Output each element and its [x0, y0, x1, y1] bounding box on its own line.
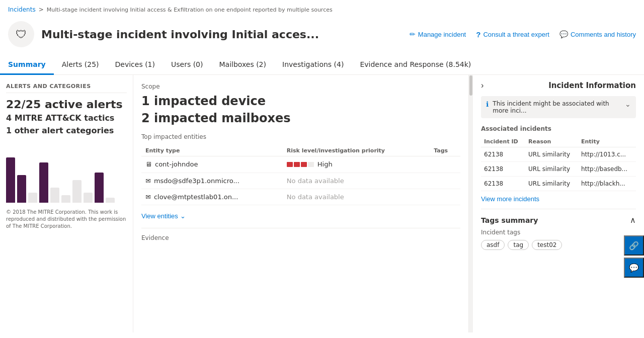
floating-action-buttons: 🔗 💬: [624, 235, 644, 278]
evidence-label: Evidence: [141, 234, 460, 241]
chart-bar: [61, 195, 70, 203]
table-row: ✉msdo@sdfe3p1.onmicro...No data availabl…: [141, 173, 460, 189]
center-panel: Scope 1 impacted device 2 impacted mailb…: [133, 75, 469, 332]
assoc-id-cell: 62138: [481, 162, 525, 177]
breadcrumb-parent[interactable]: Incidents: [8, 6, 36, 13]
comment-icon: 💬: [559, 30, 568, 38]
page-title: Multi-stage incident involving Initial a…: [41, 28, 319, 41]
alerts-section-title: Alerts and categories: [6, 83, 127, 93]
assoc-id-cell: 62138: [481, 177, 525, 191]
collapse-tags-button[interactable]: ∧: [630, 215, 636, 225]
other-alert-stat: 1 other alert categories: [6, 126, 127, 136]
evidence-section: Evidence: [141, 228, 460, 241]
tab-evidence[interactable]: Evidence and Response (8.54k): [352, 55, 479, 75]
risk-level-cell: No data available: [283, 173, 430, 189]
risk-block-4: [308, 162, 314, 167]
device-icon: 🖥: [145, 160, 152, 168]
chevron-down-icon: ⌄: [180, 212, 186, 220]
col-entity-type: Entity type: [141, 145, 283, 156]
table-row: 🖥cont-johndoe High: [141, 156, 460, 173]
entity-type-cell: 🖥cont-johndoe: [141, 156, 283, 173]
chart-bar: [84, 193, 93, 203]
floating-chat-button[interactable]: 💬: [624, 258, 644, 278]
impacted-devices-stat: 1 impacted device: [141, 94, 460, 108]
tag-chip: tag: [508, 240, 529, 250]
mitre-tactics-stat: 4 MITRE ATT&CK tactics: [6, 113, 127, 124]
expand-panel-button[interactable]: ›: [481, 81, 484, 90]
tab-alerts[interactable]: Alerts (25): [54, 55, 107, 75]
chart-bar: [50, 188, 59, 203]
no-data-label: No data available: [287, 193, 344, 201]
col-risk-level: Risk level/investigation priority: [283, 145, 430, 156]
incident-tags-label: Incident tags: [481, 229, 636, 236]
tags-summary-header: Tags summary ∧: [481, 209, 636, 229]
assoc-entity-cell: http://basedb...: [578, 162, 636, 177]
tab-users[interactable]: Users (0): [163, 55, 211, 75]
assoc-entity-cell: http://1013.c...: [578, 147, 636, 162]
assoc-reason-cell: URL similarity: [525, 177, 578, 191]
mitre-footer: © 2018 The MITRE Corporation. This work …: [6, 209, 127, 230]
assoc-table-row: 62138URL similarityhttp://basedb...: [481, 162, 636, 177]
risk-bar: High: [287, 160, 333, 168]
impacted-mailboxes-stat: 2 impacted mailboxes: [141, 111, 460, 125]
expand-notice-button[interactable]: ⌄: [625, 100, 631, 108]
floating-link-button[interactable]: 🔗: [624, 235, 644, 256]
page-header: 🛡 Multi-stage incident involving Initial…: [0, 17, 644, 55]
pencil-icon: ✏: [410, 30, 416, 38]
assoc-col-entity: Entity: [578, 136, 636, 147]
assoc-table-row: 62138URL similarityhttp://blackh...: [481, 177, 636, 191]
manage-incident-button[interactable]: ✏ Manage incident: [410, 30, 466, 38]
info-icon: ℹ: [486, 100, 489, 108]
notice-text: This incident might be associated with m…: [493, 100, 621, 114]
incident-info-title: Incident Information: [548, 81, 636, 90]
question-icon: ?: [476, 30, 480, 39]
main-content: Alerts and categories 22/25 active alert…: [0, 75, 644, 332]
chart-bar: [6, 157, 15, 203]
tab-summary[interactable]: Summary: [0, 55, 54, 75]
chart-bar: [72, 180, 82, 203]
entity-type-cell: ✉msdo@sdfe3p1.onmicro...: [141, 173, 283, 189]
assoc-col-reason: Reason: [525, 136, 578, 147]
tags-cell: [430, 173, 460, 189]
chart-bar: [17, 175, 26, 203]
tag-chip: test02: [532, 240, 562, 250]
assoc-table-row: 62138URL similarityhttp://1013.c...: [481, 147, 636, 162]
entity-table: Entity type Risk level/investigation pri…: [141, 145, 460, 205]
assoc-reason-cell: URL similarity: [525, 147, 578, 162]
entity-type-cell: ✉clove@mtptestlab01.on...: [141, 189, 283, 205]
tab-devices[interactable]: Devices (1): [107, 55, 163, 75]
incident-notice: ℹ This incident might be associated with…: [481, 96, 636, 118]
header-left: 🛡 Multi-stage incident involving Initial…: [8, 21, 319, 47]
scrollbar-thumb: [469, 75, 472, 96]
incident-info-header: › Incident Information: [481, 81, 636, 90]
tab-mailboxes[interactable]: Mailboxes (2): [211, 55, 274, 75]
consult-expert-button[interactable]: ? Consult a threat expert: [476, 30, 549, 39]
view-more-incidents-button[interactable]: View more incidents: [481, 195, 539, 203]
tab-investigations[interactable]: Investigations (4): [274, 55, 352, 75]
risk-block-1: [287, 162, 293, 167]
breadcrumb: Incidents > Multi-stage incident involvi…: [0, 0, 644, 17]
chart-bar: [28, 193, 37, 203]
chart-bar: [39, 162, 48, 203]
risk-block-3: [301, 162, 307, 167]
center-scrollbar[interactable]: [469, 75, 473, 332]
comments-history-button[interactable]: 💬 Comments and history: [559, 30, 636, 38]
top-impacted-label: Top impacted entities: [141, 133, 460, 140]
assoc-id-cell: 62138: [481, 147, 525, 162]
risk-label: High: [317, 160, 333, 168]
alerts-bar-chart: [6, 142, 127, 203]
mail-icon: ✉: [145, 177, 151, 185]
view-entities-button[interactable]: View entities ⌄: [141, 212, 186, 220]
risk-block-2: [294, 162, 300, 167]
breadcrumb-current: Multi-stage incident involving Initial a…: [47, 7, 333, 13]
chart-bar: [95, 173, 104, 203]
header-actions: ✏ Manage incident ? Consult a threat exp…: [410, 30, 636, 39]
assoc-entity-cell: http://blackh...: [578, 177, 636, 191]
assoc-reason-cell: URL similarity: [525, 162, 578, 177]
breadcrumb-sep: >: [39, 6, 44, 13]
table-row: ✉clove@mtptestlab01.on...No data availab…: [141, 189, 460, 205]
right-panel: › Incident Information ℹ This incident m…: [473, 75, 644, 332]
assoc-col-id: Incident ID: [481, 136, 525, 147]
tags-cell: [430, 156, 460, 173]
active-alerts-stat: 22/25 active alerts: [6, 98, 127, 111]
